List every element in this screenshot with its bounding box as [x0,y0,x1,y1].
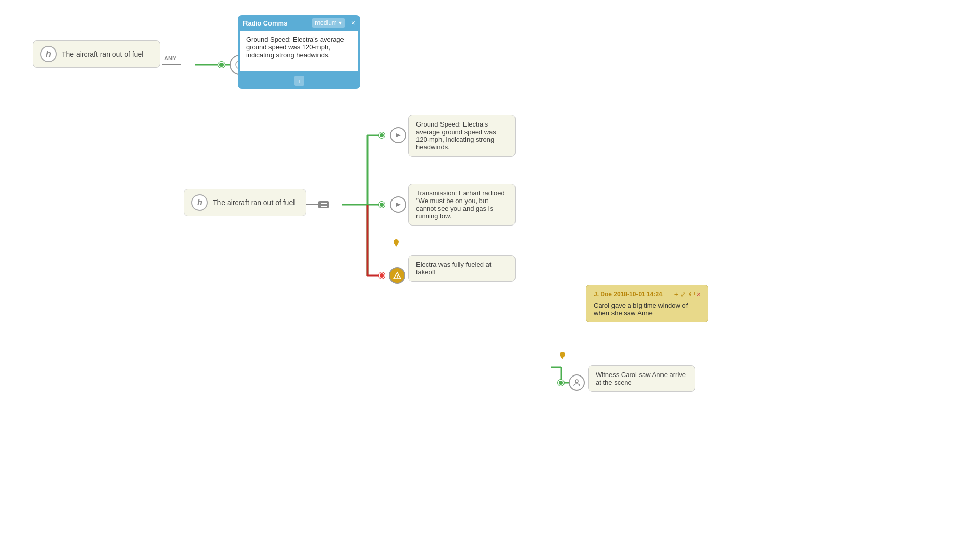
note-delete-button[interactable]: × [697,290,701,298]
evidence-node-3[interactable]: Electra was fully fueled at takeoff [408,255,516,282]
radio-popup-title: Radio Comms [243,19,287,27]
witness-node[interactable]: Witness Carol saw Anne arrive at the sce… [588,365,695,392]
hypothesis-text-1: The aircraft ran out of fuel [62,50,143,58]
evidence-node-2[interactable]: Transmission: Earhart radioed "We must b… [408,184,516,226]
radio-popup-body: Ground Speed: Electra's average ground s… [240,31,358,71]
svg-marker-23 [560,355,565,359]
ev3-circle[interactable] [389,267,405,284]
radio-popup-header: Radio Comms medium ▾ × [238,15,360,31]
note-header: J. Doe 2018-10-01 14:24 + ⤢ 🏷 × [594,290,701,298]
note-author: J. Doe 2018-10-01 14:24 [594,291,663,298]
ev2-arrow-icon [394,201,402,209]
ev1-arrow-icon [394,131,402,139]
merge-lines-icon [321,203,327,207]
evidence-node-1[interactable]: Ground Speed: Electra's average ground s… [408,115,516,157]
person-icon [573,379,581,387]
note-text: Carol gave a big time window of when she… [594,302,701,317]
connector-dot-top [218,62,225,68]
evidence-text-1: Ground Speed: Electra's average ground s… [416,120,508,151]
badge-chevron: ▾ [339,19,342,27]
connector-dot-ev1 [379,132,385,138]
hypothesis-icon-2: h [191,194,208,211]
witness-text: Witness Carol saw Anne arrive at the sce… [596,371,688,386]
connector-dot-witness [558,380,564,386]
hypothesis-icon-1: h [40,46,57,62]
note-card[interactable]: J. Doe 2018-10-01 14:24 + ⤢ 🏷 × Carol ga… [586,285,708,322]
ev2-circle[interactable] [390,196,406,213]
pin-ev3 [393,239,399,247]
badge-label: medium [315,19,337,27]
svg-marker-18 [394,243,399,247]
radio-popup-text: Ground Speed: Electra's average ground s… [246,36,344,59]
ev1-circle[interactable] [390,127,406,143]
connector-dot-ev2 [379,202,385,208]
radio-popup-badge[interactable]: medium ▾ [312,18,345,28]
note-tag-button[interactable]: 🏷 [689,290,695,298]
connector-dot-ev3 [379,272,385,279]
hypothesis-node-1[interactable]: h The aircraft ran out of fuel [33,40,160,68]
evidence-text-3: Electra was fully fueled at takeoff [416,261,508,276]
note-action-buttons: + ⤢ 🏷 × [674,290,701,298]
ev3-warn-icon [393,271,401,280]
hypothesis-node-2[interactable]: h The aircraft ran out of fuel [184,189,306,216]
witness-circle[interactable] [569,374,585,391]
svg-marker-15 [396,133,401,137]
pin-witness [559,351,566,359]
radio-popup-close-button[interactable]: × [351,19,355,27]
radio-info-button[interactable]: i [294,76,304,86]
svg-marker-16 [396,203,401,207]
radio-comms-popup[interactable]: Radio Comms medium ▾ × Ground Speed: Ele… [238,15,360,89]
radio-popup-footer: i [238,73,360,89]
evidence-text-2: Transmission: Earhart radioed "We must b… [416,189,508,220]
svg-point-21 [397,277,398,278]
svg-point-24 [575,380,578,383]
note-expand-button[interactable]: ⤢ [680,290,687,298]
connector-merge-box[interactable] [318,201,329,208]
note-add-button[interactable]: + [674,290,678,298]
info-icon: i [299,78,300,84]
any-label: ANY [164,55,176,61]
hypothesis-text-2: The aircraft ran out of fuel [213,198,295,207]
